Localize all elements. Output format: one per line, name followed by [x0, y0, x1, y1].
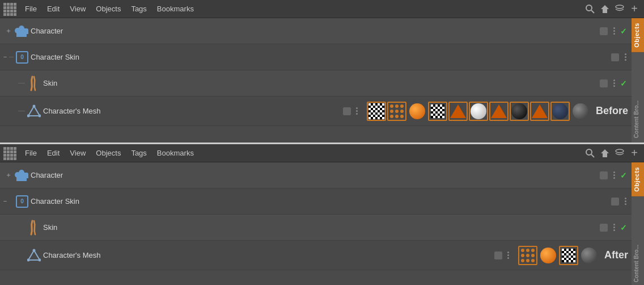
- layer-icon[interactable]: [613, 3, 626, 15]
- checkbox-char-skin-after[interactable]: [611, 198, 619, 206]
- menu-tags[interactable]: Tags: [126, 3, 151, 15]
- tag-sphere-white-before[interactable]: [469, 102, 488, 121]
- mesh-icon-after: [27, 249, 41, 262]
- dots-skin-after[interactable]: [610, 224, 618, 232]
- menu-file[interactable]: File: [20, 3, 41, 15]
- svg-point-22: [33, 249, 36, 252]
- layer-icon-after[interactable]: [613, 147, 626, 160]
- svg-point-33: [531, 259, 535, 262]
- skin-controls-before: [611, 53, 632, 61]
- sidebar-tab-objects-before[interactable]: Objects: [632, 18, 644, 52]
- checkbox-skin-item-before[interactable]: [600, 79, 608, 87]
- checkmark-skin-after: ✓: [620, 223, 627, 232]
- mesh-controls-before: [343, 107, 363, 115]
- tag-tri2-before[interactable]: [489, 102, 509, 121]
- menu-view-after[interactable]: View: [65, 147, 90, 159]
- menu-objects-after[interactable]: Objects: [91, 147, 125, 159]
- tags-after: After: [515, 246, 632, 265]
- svg-point-3: [616, 5, 624, 9]
- home-icon-after[interactable]: [599, 147, 611, 160]
- menu-bookmarks-after[interactable]: Bookmarks: [152, 147, 198, 159]
- tag-sphere-gray-after[interactable]: [579, 246, 599, 265]
- sidebar-after: Objects Content Bro...: [632, 162, 644, 285]
- tag-sphere-black-before[interactable]: [510, 102, 529, 121]
- row-character-before[interactable]: ＋ Character ✓: [0, 18, 632, 44]
- tag-sphere-orange-1-before[interactable]: [408, 102, 427, 121]
- grid-icon: [3, 3, 16, 15]
- menu-edit[interactable]: Edit: [43, 3, 64, 15]
- mesh-icon-before: [27, 104, 41, 118]
- checkmark-character-before: ✓: [620, 27, 627, 36]
- char-skin-controls-after: [611, 198, 632, 206]
- row-mesh-before[interactable]: Character's Mesh: [0, 97, 632, 126]
- dots-mesh-after[interactable]: [505, 252, 512, 259]
- skin-item-name-before: Skin: [43, 79, 600, 87]
- svg-point-20: [616, 149, 624, 153]
- home-icon[interactable]: [599, 3, 611, 15]
- toolbar-right-after: +: [584, 147, 641, 160]
- expand-character-before[interactable]: ＋: [5, 27, 12, 35]
- checkbox-character-after[interactable]: [600, 171, 608, 179]
- menu-bookmarks[interactable]: Bookmarks: [152, 3, 198, 15]
- dots-char-skin-after[interactable]: [621, 198, 629, 206]
- search-icon-after[interactable]: [584, 147, 596, 160]
- menu-file-after[interactable]: File: [20, 147, 41, 159]
- checkbox-character-before[interactable]: [600, 27, 608, 35]
- sidebar-tab-content-after[interactable]: Content Bro...: [632, 196, 644, 285]
- row-skin-after[interactable]: Skin ✓: [0, 215, 632, 241]
- character-controls-before: ✓: [600, 27, 632, 36]
- character-name-after: Character: [31, 171, 600, 179]
- character-name-before: Character: [31, 27, 600, 35]
- svg-point-9: [395, 104, 399, 108]
- add-icon-after[interactable]: +: [628, 147, 641, 160]
- sidebar-tab-content-before[interactable]: Content Bro...: [632, 52, 644, 142]
- row-skin-item-before[interactable]: Skin ✓: [0, 70, 632, 97]
- checkbox-skin-before[interactable]: [611, 53, 619, 61]
- checkbox-skin-after[interactable]: [600, 224, 608, 232]
- menu-edit-after[interactable]: Edit: [43, 147, 64, 159]
- svg-point-25: [521, 249, 524, 252]
- svg-point-29: [526, 254, 529, 257]
- content-after: ＋ Character ✓ －: [0, 162, 644, 285]
- row-char-skin-after[interactable]: － 0 Character Skin: [0, 188, 632, 215]
- grid-icon-after: [3, 147, 16, 160]
- tag-tri3-before[interactable]: [530, 102, 549, 121]
- sidebar-tab-objects-after[interactable]: Objects: [632, 162, 644, 196]
- menu-view[interactable]: View: [65, 3, 90, 15]
- svg-point-15: [395, 115, 399, 118]
- dots-skin-before[interactable]: [621, 53, 629, 61]
- menu-objects[interactable]: Objects: [91, 3, 125, 15]
- dots-character-after[interactable]: [610, 171, 618, 179]
- tag-tri1-before[interactable]: [448, 102, 468, 121]
- add-icon[interactable]: +: [628, 3, 641, 15]
- skin-icon-after: 0: [16, 195, 28, 208]
- leg-icon-after: [27, 221, 41, 234]
- row-mesh-after[interactable]: Character's Mesh: [0, 241, 632, 270]
- svg-point-8: [390, 104, 393, 108]
- tag-sphere-orange-after[interactable]: [539, 246, 558, 265]
- tag-checker2-before[interactable]: [428, 102, 447, 121]
- dots-skin-item-before[interactable]: [610, 79, 618, 87]
- object-list-after: ＋ Character ✓ －: [0, 162, 632, 285]
- dots-mesh-before[interactable]: [353, 107, 361, 115]
- character-controls-after: ✓: [600, 171, 632, 180]
- panel-after: File Edit View Objects Tags Bookmarks: [0, 144, 644, 285]
- tag-sphere-gray-before[interactable]: [571, 102, 590, 121]
- menubar-after: File Edit View Objects Tags Bookmarks: [0, 144, 644, 162]
- row-skin-before[interactable]: － 0 Character Skin: [0, 44, 632, 70]
- menu-tags-after[interactable]: Tags: [126, 147, 151, 159]
- checkbox-mesh-before[interactable]: [343, 107, 351, 115]
- tag-checker-after[interactable]: [559, 246, 578, 265]
- search-icon[interactable]: [584, 3, 596, 15]
- expand-character-after[interactable]: ＋: [5, 171, 12, 179]
- svg-marker-19: [601, 149, 609, 157]
- mesh-name-before: Character's Mesh: [43, 107, 343, 115]
- svg-point-32: [526, 259, 529, 262]
- dots-character-before[interactable]: [610, 27, 618, 35]
- checkbox-mesh-after[interactable]: [494, 252, 502, 259]
- tag-honeycomb-after[interactable]: [518, 246, 537, 265]
- tag-checker-before[interactable]: [367, 102, 386, 121]
- tag-sphere-darkblue-before[interactable]: [550, 102, 570, 121]
- row-character-after[interactable]: ＋ Character ✓: [0, 162, 632, 188]
- tag-honeycomb-before[interactable]: [387, 102, 406, 121]
